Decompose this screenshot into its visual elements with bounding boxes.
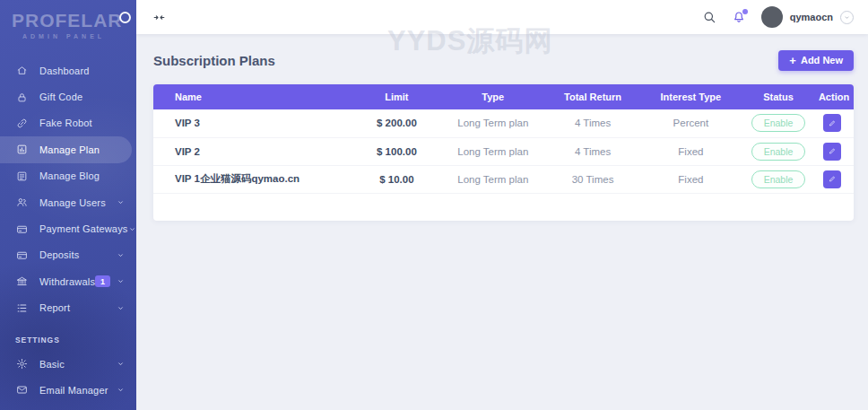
sidebar-section-settings: SETTINGS: [0, 336, 136, 345]
plan-type: Long Term plan: [444, 165, 542, 193]
username: qymaocn: [790, 12, 833, 22]
column-header-limit: Limit: [350, 84, 444, 109]
plan-interest-type: Fixed: [644, 137, 738, 165]
chevron-down-icon: [117, 386, 125, 394]
sidebar-item-payment-gateways[interactable]: Payment Gateways: [0, 215, 136, 241]
plans-table-card: Name Limit Type Total Return Interest Ty…: [153, 84, 854, 221]
column-header-action: Action: [819, 84, 854, 109]
app-logo-subtitle: ADMIN PANEL: [22, 33, 126, 39]
plan-type: Long Term plan: [444, 109, 542, 137]
plus-icon: +: [789, 55, 796, 66]
plan-total-return: 4 Times: [542, 137, 643, 165]
sidebar-item-basic[interactable]: Basic: [0, 351, 136, 377]
withdrawals-badge: 1: [95, 275, 110, 287]
plan-type: Long Term plan: [444, 137, 542, 165]
sidebar-pin-toggle[interactable]: [119, 12, 131, 23]
sidebar-item-email-manager[interactable]: Email Manager: [0, 377, 136, 403]
plan-name: VIP 1企业猫源码qymao.cn: [153, 165, 350, 193]
edit-button[interactable]: [823, 114, 841, 132]
document-icon: [15, 170, 28, 182]
chevron-down-icon: [117, 198, 125, 206]
avatar[interactable]: [761, 6, 783, 28]
add-new-button[interactable]: + Add New: [778, 50, 854, 71]
edit-button[interactable]: [823, 170, 841, 188]
plans-table: Name Limit Type Total Return Interest Ty…: [153, 84, 854, 194]
sidebar: PROFELAR ADMIN PANEL Dashboard Gift Code…: [0, 0, 136, 410]
column-header-total-return: Total Return: [542, 84, 643, 109]
chevron-down-icon: [117, 251, 125, 259]
plan-name: VIP 2: [153, 137, 350, 165]
table-row: VIP 1企业猫源码qymao.cn $ 10.00 Long Term pla…: [153, 165, 854, 193]
user-menu[interactable]: qymaocn: [761, 6, 854, 28]
table-row: VIP 3 $ 200.00 Long Term plan 4 Times Pe…: [153, 109, 854, 137]
plan-limit: $ 200.00: [350, 109, 444, 137]
chevron-down-icon: [117, 360, 125, 368]
plan-total-return: 30 Times: [542, 165, 643, 193]
users-icon: [15, 196, 28, 209]
sidebar-item-manage-blog[interactable]: Manage Blog: [0, 163, 136, 189]
credit-card-icon: [15, 222, 28, 235]
notification-dot: [742, 9, 748, 14]
search-icon[interactable]: [702, 10, 716, 24]
plan-interest-type: Percent: [644, 109, 738, 137]
plan-interest-type: Fixed: [644, 165, 738, 193]
lock-icon: [15, 91, 28, 103]
list-icon: [15, 301, 28, 314]
logo-area: PROFELAR ADMIN PANEL: [0, 0, 136, 56]
plan-limit: $ 100.00: [350, 137, 444, 165]
column-header-name: Name: [153, 84, 350, 109]
app-logo: PROFELAR: [12, 11, 126, 30]
sidebar-item-gift-code[interactable]: Gift Code: [0, 83, 136, 109]
table-row: VIP 2 $ 100.00 Long Term plan 4 Times Fi…: [153, 137, 854, 165]
topbar: qymaocn: [136, 0, 868, 34]
chevron-down-icon: [117, 304, 125, 312]
sidebar-item-report[interactable]: Report: [0, 295, 136, 321]
status-badge[interactable]: Enable: [751, 143, 806, 161]
page-title: Subscription Plans: [153, 53, 275, 68]
status-badge[interactable]: Enable: [751, 114, 806, 132]
column-header-interest-type: Interest Type: [644, 84, 738, 109]
main-area: qymaocn YYDS源码网 Subscription Plans + Add…: [136, 0, 868, 410]
column-header-status: Status: [738, 84, 819, 109]
plan-name: VIP 3: [153, 109, 350, 137]
home-icon: [15, 65, 28, 77]
status-badge[interactable]: Enable: [751, 170, 806, 188]
sidebar-item-manage-users[interactable]: Manage Users: [0, 189, 136, 215]
plan-total-return: 4 Times: [542, 109, 643, 137]
table-header-row: Name Limit Type Total Return Interest Ty…: [153, 84, 854, 109]
credit-card-icon: [15, 249, 28, 261]
chart-icon: [15, 144, 28, 156]
chevron-down-icon: [117, 277, 125, 285]
bell-icon[interactable]: [732, 10, 746, 24]
sidebar-item-fake-robot[interactable]: Fake Robot: [0, 110, 136, 136]
chevron-down-icon[interactable]: [840, 11, 854, 24]
add-new-label: Add New: [801, 55, 843, 65]
sidebar-item-manage-plan[interactable]: Manage Plan: [0, 136, 132, 162]
sidebar-menu: Dashboard Gift Code Fake Robot Manage Pl…: [0, 57, 136, 410]
gear-icon: [15, 358, 28, 371]
sidebar-item-withdrawals[interactable]: Withdrawals 1: [0, 268, 136, 294]
sidebar-item-dashboard[interactable]: Dashboard: [0, 57, 136, 83]
sidebar-item-deposits[interactable]: Deposits: [0, 242, 136, 268]
column-header-type: Type: [444, 84, 542, 109]
link-icon: [15, 117, 28, 129]
sidebar-toggle-icon[interactable]: [151, 9, 167, 25]
admin-panel-app: PROFELAR ADMIN PANEL Dashboard Gift Code…: [0, 0, 868, 410]
bank-icon: [15, 275, 28, 288]
chevron-down-icon: [128, 225, 136, 233]
edit-button[interactable]: [823, 143, 841, 161]
content: Subscription Plans + Add New Name Limi: [136, 34, 868, 221]
sidebar-item-sms-manager[interactable]: SMS Manager: [0, 404, 136, 410]
plan-limit: $ 10.00: [350, 165, 444, 193]
envelope-icon: [15, 384, 28, 397]
